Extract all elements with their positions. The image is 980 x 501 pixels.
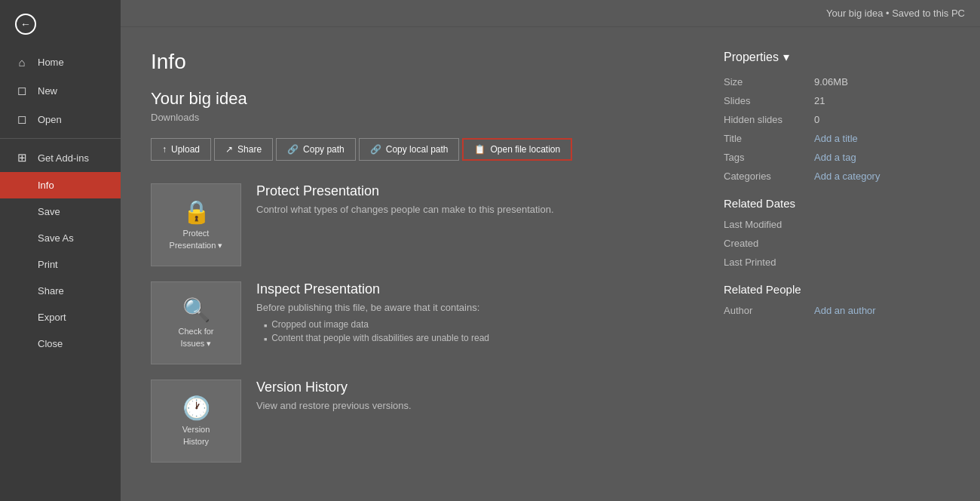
action-buttons: ↑ Upload ↗ Share 🔗 Copy path 🔗 Copy loca… — [151, 138, 694, 161]
sidebar-item-export[interactable]: Export — [0, 304, 121, 330]
inspect-presentation-card: 🔍 Check forIssues ▾ Inspect Presentation… — [151, 281, 694, 364]
inspect-bullets: Cropped out image data Content that peop… — [256, 318, 489, 345]
prop-last-printed: Last Printed — [724, 257, 950, 268]
prop-title-value[interactable]: Add a title — [814, 133, 858, 144]
version-history-content: Version History View and restore previou… — [256, 380, 412, 416]
sidebar-item-share[interactable]: Share — [0, 278, 121, 304]
prop-author-value[interactable]: Add an author — [814, 305, 876, 316]
protect-presentation-title: Protect Presentation — [256, 183, 554, 199]
prop-title: Title Add a title — [724, 133, 950, 144]
prop-hidden-slides-value: 0 — [814, 114, 819, 125]
inspect-presentation-desc: Before publishing this file, be aware th… — [256, 302, 489, 313]
history-icon: 🕐 — [182, 395, 210, 421]
lock-icon: 🔒 — [182, 198, 210, 225]
related-people-title: Related People — [724, 283, 950, 296]
prop-size-value: 9.06MB — [814, 76, 848, 88]
sidebar-item-info[interactable]: Info — [0, 172, 121, 198]
sidebar-nav: ⌂ Home ◻ New ◻ Open ⊞ Get Add-ins Info S… — [0, 48, 121, 501]
prop-author: Author Add an author — [724, 305, 950, 316]
left-panel: Info Your big idea Downloads ↑ Upload ↗ … — [151, 50, 694, 478]
prop-tags: Tags Add a tag — [724, 152, 950, 163]
inspect-bullet-1: Cropped out image data — [264, 318, 489, 331]
sidebar-item-save[interactable]: Save — [0, 198, 121, 225]
prop-categories: Categories Add a category — [724, 171, 950, 182]
check-for-issues-button[interactable]: 🔍 Check forIssues ▾ — [151, 281, 241, 364]
version-history-button[interactable]: 🕐 VersionHistory — [151, 380, 241, 463]
prop-categories-value[interactable]: Add a category — [814, 171, 880, 182]
prop-hidden-slides: Hidden slides 0 — [724, 114, 950, 125]
share-btn-icon: ↗ — [225, 144, 233, 155]
properties-title-text: Properties — [724, 51, 779, 64]
copy-path-icon: 🔗 — [287, 144, 299, 155]
new-icon: ◻ — [15, 84, 29, 97]
sidebar-item-open[interactable]: ◻ Open — [0, 105, 121, 134]
protect-presentation-content: Protect Presentation Control what types … — [256, 183, 554, 220]
properties-header: Properties ▾ — [724, 50, 950, 64]
open-icon: ◻ — [15, 112, 29, 126]
related-dates-title: Related Dates — [724, 197, 950, 210]
sidebar-item-new[interactable]: ◻ New — [0, 76, 121, 105]
file-path: Downloads — [151, 112, 694, 123]
prop-author-label: Author — [724, 305, 814, 316]
inspect-presentation-title: Inspect Presentation — [256, 281, 489, 297]
prop-title-label: Title — [724, 133, 814, 144]
open-file-location-button[interactable]: 📋 Open file location — [462, 138, 572, 161]
version-history-desc: View and restore previous versions. — [256, 400, 412, 411]
home-icon: ⌂ — [15, 56, 29, 69]
sidebar-item-save-as[interactable]: Save As — [0, 225, 121, 251]
open-file-location-icon: 📋 — [474, 144, 485, 155]
prop-slides: Slides 21 — [724, 95, 950, 106]
prop-size-label: Size — [724, 76, 814, 88]
inspect-icon: 🔍 — [182, 297, 210, 323]
status-text: Your big idea • Saved to this PC — [826, 8, 965, 19]
upload-button[interactable]: ↑ Upload — [151, 138, 211, 161]
protect-presentation-card: 🔒 ProtectPresentation ▾ Protect Presenta… — [151, 183, 694, 266]
prop-hidden-slides-label: Hidden slides — [724, 114, 814, 125]
sidebar-item-print[interactable]: Print — [0, 251, 121, 278]
back-button[interactable]: ← — [0, 0, 121, 48]
prop-slides-value: 21 — [814, 95, 825, 106]
copy-path-button[interactable]: 🔗 Copy path — [276, 138, 356, 161]
sidebar-item-get-addins[interactable]: ⊞ Get Add-ins — [0, 143, 121, 172]
share-button[interactable]: ↗ Share — [214, 138, 273, 161]
properties-panel: Properties ▾ Size 9.06MB Slides 21 Hidde… — [724, 50, 950, 478]
sidebar-item-home[interactable]: ⌂ Home — [0, 48, 121, 76]
page-title: Info — [151, 50, 694, 74]
copy-local-path-button[interactable]: 🔗 Copy local path — [359, 138, 460, 161]
prop-slides-label: Slides — [724, 95, 814, 106]
prop-created: Created — [724, 238, 950, 249]
version-history-card: 🕐 VersionHistory Version History View an… — [151, 380, 694, 463]
protect-presentation-desc: Control what types of changes people can… — [256, 204, 554, 215]
sidebar-divider — [0, 138, 121, 139]
addins-icon: ⊞ — [15, 151, 29, 164]
sidebar: ← ⌂ Home ◻ New ◻ Open ⊞ Get Add-ins Info… — [0, 0, 121, 501]
top-bar: Your big idea • Saved to this PC — [121, 0, 980, 27]
prop-last-modified: Last Modified — [724, 219, 950, 230]
inspect-bullet-2: Content that people with disabilities ar… — [264, 331, 489, 345]
inspect-presentation-content: Inspect Presentation Before publishing t… — [256, 281, 489, 345]
sidebar-item-close[interactable]: Close — [0, 330, 121, 357]
version-history-title: Version History — [256, 380, 412, 395]
prop-size: Size 9.06MB — [724, 76, 950, 88]
back-icon: ← — [15, 14, 36, 35]
prop-categories-label: Categories — [724, 171, 814, 182]
prop-last-modified-label: Last Modified — [724, 219, 814, 230]
prop-created-label: Created — [724, 238, 814, 249]
main-panel: Your big idea • Saved to this PC Info Yo… — [121, 0, 980, 501]
properties-dropdown-icon[interactable]: ▾ — [783, 50, 789, 64]
file-name: Your big idea — [151, 89, 694, 109]
upload-icon: ↑ — [162, 144, 167, 155]
prop-tags-value[interactable]: Add a tag — [814, 152, 856, 163]
protect-presentation-button[interactable]: 🔒 ProtectPresentation ▾ — [151, 183, 241, 266]
copy-local-path-icon: 🔗 — [370, 144, 381, 155]
prop-last-printed-label: Last Printed — [724, 257, 814, 268]
content-area: Info Your big idea Downloads ↑ Upload ↗ … — [121, 27, 980, 500]
prop-tags-label: Tags — [724, 152, 814, 163]
